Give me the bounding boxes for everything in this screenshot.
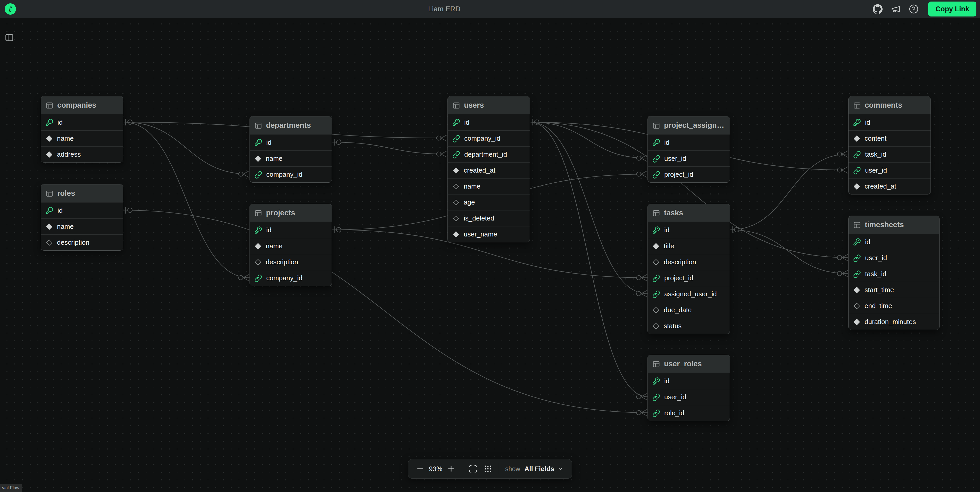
field-row-due_date[interactable]: due_date [648,302,730,318]
field-row-is_deleted[interactable]: is_deleted [448,210,530,226]
field-row-task_id[interactable]: task_id [848,266,939,282]
field-row-name[interactable]: name [41,130,123,146]
field-row-user_id[interactable]: user_id [648,389,730,405]
field-row-content[interactable]: content [848,130,931,146]
field-row-description[interactable]: description [648,254,730,270]
table-header[interactable]: comments [848,96,931,114]
diamond-outline-icon [255,259,262,266]
key-icon [652,226,660,234]
table-header[interactable]: projects [250,204,332,222]
field-row-company_id[interactable]: company_id [448,130,530,146]
field-row-description[interactable]: description [250,254,332,270]
table-name: user_roles [664,360,702,368]
table-node-user_roles[interactable]: user_rolesiduser_idrole_id [648,355,730,421]
field-row-user_id[interactable]: user_id [848,162,931,178]
field-row-id[interactable]: id [448,114,530,130]
field-row-role_id[interactable]: role_id [648,405,730,421]
field-row-title[interactable]: title [648,238,730,254]
field-row-id[interactable]: id [250,222,332,238]
table-header[interactable]: project_assignme… [648,116,730,135]
erd-canvas-background[interactable] [0,18,980,492]
diamond-filled-icon [255,243,262,250]
zoom-out-icon[interactable] [414,463,426,475]
table-header[interactable]: user_roles [648,355,730,373]
liam-logo-icon[interactable]: ℓ [5,3,16,15]
field-row-id[interactable]: id [648,135,730,151]
field-row-user_id[interactable]: user_id [848,250,939,266]
table-node-projects[interactable]: projectsidnamedescriptioncompany_id [250,204,332,286]
table-node-timesheets[interactable]: timesheetsiduser_idtask_idstart_timeend_… [848,216,940,330]
field-name: user_id [865,167,887,175]
field-row-id[interactable]: id [41,114,123,130]
field-row-description[interactable]: description [41,235,123,251]
attribution-link[interactable]: eact Flow [0,484,22,492]
help-icon[interactable] [908,4,919,14]
link-icon [652,171,660,178]
diamond-outline-icon [46,239,53,246]
table-node-companies[interactable]: companiesidnameaddress [41,96,123,162]
sidebar-toggle-icon[interactable] [5,33,14,43]
field-row-age[interactable]: age [448,194,530,210]
field-filter-dropdown[interactable]: All Fields [522,463,566,475]
table-header[interactable]: tasks [648,204,730,222]
field-name: status [664,322,681,330]
field-name: title [664,242,674,250]
field-row-user_id[interactable]: user_id [648,151,730,167]
field-name: department_id [464,151,507,159]
field-name: id [865,238,870,246]
link-icon [853,167,861,175]
diamond-filled-icon [255,155,262,162]
field-row-id[interactable]: id [648,373,730,389]
field-row-task_id[interactable]: task_id [848,146,931,162]
field-row-name[interactable]: name [250,151,332,167]
table-node-comments[interactable]: commentsidcontenttask_iduser_idcreated_a… [848,96,931,195]
field-row-end_time[interactable]: end_time [848,298,939,314]
table-node-roles[interactable]: rolesidnamedescription [41,184,123,251]
table-header[interactable]: companies [41,96,123,114]
field-row-project_id[interactable]: project_id [648,270,730,286]
tidy-up-icon[interactable] [482,463,493,475]
field-row-id[interactable]: id [41,203,123,219]
field-name: role_id [664,409,684,417]
field-name: task_id [865,270,886,278]
field-name: id [664,377,670,385]
diamond-filled-icon [853,318,861,325]
field-row-assigned_user_id[interactable]: assigned_user_id [648,286,730,302]
field-row-project_id[interactable]: project_id [648,167,730,183]
copy-link-button[interactable]: Copy Link [928,2,977,16]
field-row-department_id[interactable]: department_id [448,146,530,162]
field-row-company_id[interactable]: company_id [250,167,332,183]
field-row-duration_minutes[interactable]: duration_minutes [848,314,939,330]
table-header[interactable]: users [448,96,530,114]
field-row-id[interactable]: id [848,234,939,250]
table-node-project_assignments[interactable]: project_assignme…iduser_idproject_id [648,116,730,183]
table-header[interactable]: timesheets [848,216,939,234]
megaphone-icon[interactable] [891,4,901,14]
field-row-created_at[interactable]: created_at [848,178,931,194]
field-row-id[interactable]: id [250,135,332,151]
table-node-tasks[interactable]: tasksidtitledescriptionproject_idassigne… [648,204,730,334]
link-icon [652,290,660,298]
table-header[interactable]: departments [250,116,332,135]
table-header[interactable]: roles [41,184,123,203]
field-row-address[interactable]: address [41,146,123,162]
field-row-start_time[interactable]: start_time [848,282,939,298]
field-row-company_id[interactable]: company_id [250,270,332,286]
table-name: companies [57,101,96,110]
link-icon [853,151,861,159]
field-row-id[interactable]: id [648,222,730,238]
table-icon [652,209,660,217]
table-node-departments[interactable]: departmentsidnamecompany_id [250,116,332,183]
field-row-created_at[interactable]: created_at [448,162,530,178]
field-row-status[interactable]: status [648,318,730,334]
field-row-id[interactable]: id [848,114,931,130]
github-icon[interactable] [872,4,883,14]
zoom-in-icon[interactable] [445,463,457,475]
field-row-name[interactable]: name [250,238,332,254]
diamond-outline-icon [652,259,660,266]
field-row-name[interactable]: name [41,219,123,235]
fit-view-icon[interactable] [467,463,479,475]
field-row-user_name[interactable]: user_name [448,226,530,242]
field-row-name[interactable]: name [448,178,530,194]
table-node-users[interactable]: usersidcompany_iddepartment_idcreated_at… [447,96,530,243]
